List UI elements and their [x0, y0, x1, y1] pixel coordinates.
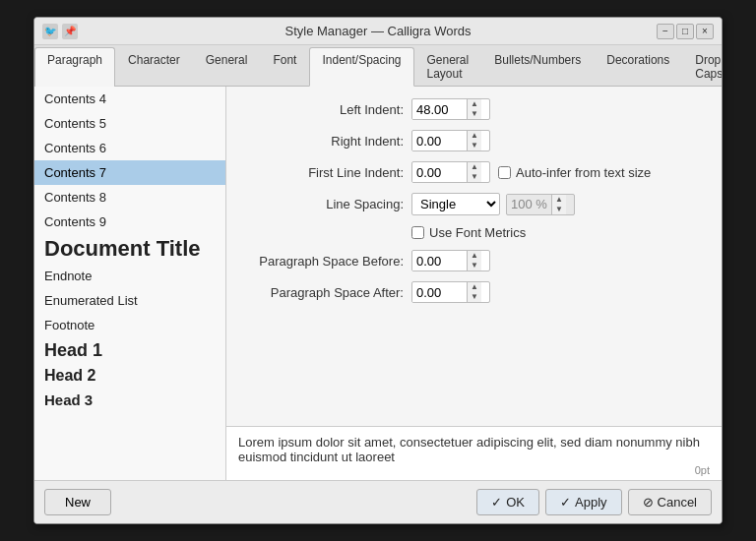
- para-space-after-input[interactable]: [412, 283, 467, 302]
- sidebar-item-contents8[interactable]: Contents 8: [34, 185, 225, 210]
- apply-checkmark-icon: ✓: [560, 495, 571, 510]
- cancel-label: Cancel: [658, 495, 697, 510]
- cancel-button[interactable]: ⊘ Cancel: [628, 489, 712, 515]
- sidebar-item-contents6[interactable]: Contents 6: [34, 136, 225, 160]
- percent-input: [507, 195, 551, 213]
- sidebar-item-contents7[interactable]: Contents 7: [34, 160, 225, 185]
- first-line-indent-label: First Line Indent:: [246, 165, 404, 180]
- first-line-indent-input[interactable]: [412, 163, 467, 182]
- right-indent-up[interactable]: ▲: [468, 131, 481, 141]
- content-area: Contents 4 Contents 5 Contents 6 Content…: [34, 87, 722, 480]
- percent-arrows: ▲ ▼: [551, 195, 566, 214]
- line-spacing-controls: Single 1.5 Lines Double Proportional Fix…: [411, 193, 575, 215]
- para-space-before-down[interactable]: ▼: [468, 261, 481, 270]
- ok-button[interactable]: ✓ OK: [476, 489, 539, 515]
- preview-text: Lorem ipsum dolor sit amet, consectetuer…: [238, 435, 700, 464]
- right-indent-row: Right Indent: ▲ ▼: [246, 130, 702, 151]
- use-font-metrics-row: Use Font Metrics: [411, 225, 702, 240]
- maximize-button[interactable]: □: [676, 24, 694, 39]
- titlebar-icons: 🐦 📌: [42, 24, 78, 39]
- tab-general[interactable]: General: [193, 47, 261, 86]
- apply-label: Apply: [575, 495, 607, 510]
- sidebar-item-contents5[interactable]: Contents 5: [34, 111, 225, 136]
- para-space-before-row: Paragraph Space Before: ▲ ▼: [246, 250, 702, 271]
- para-space-before-label: Paragraph Space Before:: [246, 254, 404, 269]
- auto-infer-label: Auto-infer from text size: [516, 165, 651, 180]
- line-spacing-row: Line Spacing: Single 1.5 Lines Double Pr…: [246, 193, 702, 215]
- titlebar: 🐦 📌 Style Manager — Calligra Words − □ ×: [34, 18, 722, 45]
- use-font-metrics-label: Use Font Metrics: [429, 225, 526, 240]
- para-space-before-arrows: ▲ ▼: [467, 251, 481, 270]
- percent-down: ▼: [552, 205, 566, 214]
- para-space-before-up[interactable]: ▲: [468, 251, 481, 261]
- auto-infer-row: Auto-infer from text size: [498, 165, 651, 180]
- apply-button[interactable]: ✓ Apply: [545, 489, 622, 515]
- left-indent-up[interactable]: ▲: [468, 99, 481, 109]
- right-indent-input[interactable]: [412, 132, 467, 150]
- minimize-button[interactable]: −: [657, 24, 674, 39]
- tab-general-layout[interactable]: General Layout: [414, 47, 482, 86]
- tab-font[interactable]: Font: [260, 47, 309, 86]
- close-button[interactable]: ×: [696, 24, 714, 39]
- sidebar-item-document-title[interactable]: Document Title: [34, 234, 225, 264]
- para-space-after-row: Paragraph Space After: ▲ ▼: [246, 281, 702, 303]
- sidebar-item-head1[interactable]: Head 1: [34, 337, 225, 364]
- para-space-after-spinbox[interactable]: ▲ ▼: [411, 281, 490, 303]
- left-indent-row: Left Indent: ▲ ▼: [246, 98, 702, 120]
- tab-drop-caps[interactable]: Drop Caps: [682, 47, 723, 86]
- titlebar-controls: − □ ×: [657, 24, 714, 39]
- para-space-before-spinbox[interactable]: ▲ ▼: [411, 250, 490, 271]
- para-space-after-up[interactable]: ▲: [468, 282, 481, 292]
- new-button[interactable]: New: [44, 489, 111, 515]
- main-panel: Left Indent: ▲ ▼ Right Indent:: [226, 87, 722, 480]
- left-indent-spinbox[interactable]: ▲ ▼: [411, 98, 490, 120]
- tab-bullets-numbers[interactable]: Bullets/Numbers: [481, 47, 594, 86]
- sidebar-item-contents4[interactable]: Contents 4: [34, 87, 225, 111]
- bottom-bar: New ✓ OK ✓ Apply ⊘ Cancel: [34, 480, 722, 523]
- sidebar-item-enumerated-list[interactable]: Enumerated List: [34, 288, 225, 313]
- sidebar-item-head3[interactable]: Head 3: [34, 388, 225, 412]
- first-line-indent-row: First Line Indent: ▲ ▼ Auto-infer from t…: [246, 161, 702, 183]
- tabs-row: Paragraph Character General Font Indent/…: [34, 45, 722, 87]
- line-spacing-select[interactable]: Single 1.5 Lines Double Proportional Fix…: [411, 193, 500, 215]
- line-spacing-label: Line Spacing:: [246, 197, 404, 211]
- form-area: Left Indent: ▲ ▼ Right Indent:: [226, 87, 722, 426]
- app-icon: 🐦: [42, 24, 58, 39]
- left-indent-label: Left Indent:: [246, 102, 404, 117]
- first-line-indent-up[interactable]: ▲: [468, 162, 481, 172]
- tab-indent-spacing[interactable]: Indent/Spacing: [309, 47, 413, 87]
- tab-paragraph[interactable]: Paragraph: [34, 47, 115, 87]
- sidebar: Contents 4 Contents 5 Contents 6 Content…: [34, 87, 226, 480]
- first-line-indent-down[interactable]: ▼: [468, 172, 481, 182]
- percent-up: ▲: [552, 195, 566, 205]
- percent-spinbox: ▲ ▼: [506, 194, 575, 215]
- right-indent-spinbox[interactable]: ▲ ▼: [411, 130, 490, 151]
- para-space-before-input[interactable]: [412, 252, 467, 270]
- main-window: 🐦 📌 Style Manager — Calligra Words − □ ×…: [33, 17, 723, 524]
- cancel-x-icon: ⊘: [643, 495, 654, 510]
- first-line-indent-spinbox[interactable]: ▲ ▼: [411, 161, 490, 183]
- ok-checkmark-icon: ✓: [491, 495, 502, 510]
- para-space-after-down[interactable]: ▼: [468, 292, 481, 302]
- button-group: ✓ OK ✓ Apply ⊘ Cancel: [476, 489, 712, 515]
- sidebar-item-head2[interactable]: Head 2: [34, 364, 225, 388]
- para-space-after-label: Paragraph Space After:: [246, 285, 404, 300]
- right-indent-arrows: ▲ ▼: [467, 131, 481, 150]
- auto-infer-checkbox[interactable]: [498, 166, 511, 179]
- left-indent-input[interactable]: [412, 100, 467, 119]
- right-indent-down[interactable]: ▼: [468, 141, 481, 150]
- first-line-indent-arrows: ▲ ▼: [467, 162, 481, 182]
- para-space-after-arrows: ▲ ▼: [467, 282, 481, 302]
- tab-decorations[interactable]: Decorations: [594, 47, 682, 86]
- sidebar-item-footnote[interactable]: Footnote: [34, 313, 225, 337]
- ok-label: OK: [506, 495, 525, 510]
- use-font-metrics-checkbox[interactable]: [411, 226, 424, 239]
- preview-area: Lorem ipsum dolor sit amet, consectetuer…: [226, 426, 722, 480]
- left-indent-down[interactable]: ▼: [468, 109, 481, 119]
- sidebar-item-contents9[interactable]: Contents 9: [34, 210, 225, 234]
- tab-character[interactable]: Character: [115, 47, 193, 86]
- window-title: Style Manager — Calligra Words: [284, 24, 471, 38]
- pin-icon: 📌: [62, 24, 78, 39]
- sidebar-item-endnote[interactable]: Endnote: [34, 264, 225, 288]
- preview-pt: 0pt: [238, 464, 710, 476]
